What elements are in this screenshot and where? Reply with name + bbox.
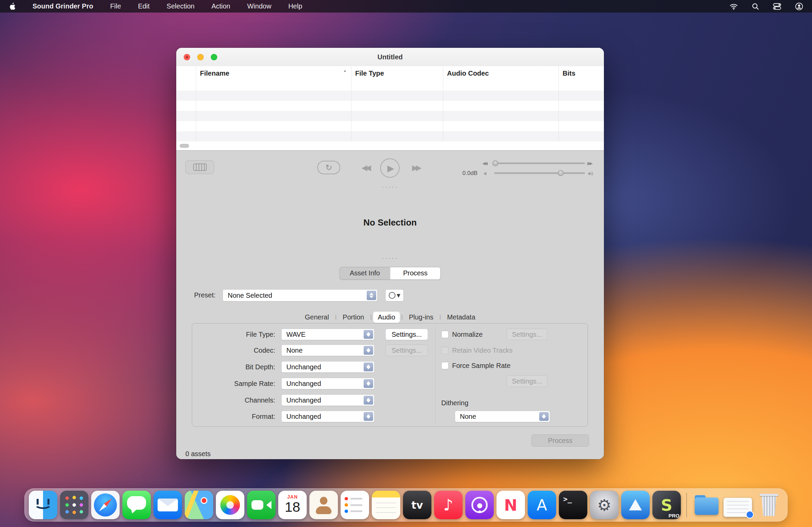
minimized-window-icon[interactable] [724, 489, 752, 521]
maps-icon[interactable] [185, 489, 213, 521]
wifi-icon[interactable] [729, 3, 738, 10]
menu-window[interactable]: Window [247, 2, 271, 10]
apple-menu[interactable] [9, 2, 16, 11]
file-list-body[interactable] [176, 80, 604, 141]
subtab-separator: | [439, 314, 441, 321]
subtab-plugins[interactable]: Plug-ins [404, 312, 438, 323]
preset-label: Preset: [176, 291, 216, 299]
column-header-bits[interactable]: Bits [559, 66, 604, 80]
sample-rate-label: Sample Rate: [187, 378, 275, 389]
trash-icon[interactable] [755, 489, 783, 521]
subtab-metadata[interactable]: Metadata [442, 312, 480, 323]
table-header: Filename ˄ File Type Audio Codec Bits [176, 66, 604, 81]
bit-depth-popup[interactable]: Unchanged [281, 361, 375, 373]
column-header-filetype[interactable]: File Type [351, 66, 443, 80]
file-type-settings-button[interactable]: Settings... [385, 329, 428, 340]
downloads-icon[interactable] [692, 489, 721, 521]
channels-popup[interactable]: Unchanged [281, 395, 375, 406]
sound-grinder-pro-icon[interactable]: SPRO [652, 489, 681, 521]
codec-popup[interactable]: None [281, 344, 375, 356]
column-divider [196, 66, 196, 141]
dithering-popup[interactable]: None [455, 411, 550, 422]
minimized-window-tile [724, 498, 752, 517]
column-header-icon[interactable] [176, 66, 196, 80]
position-slider-knob[interactable] [492, 160, 498, 166]
menu-edit[interactable]: Edit [138, 2, 149, 10]
apple-icon [9, 2, 16, 11]
search-icon[interactable] [752, 3, 759, 10]
subtab-audio[interactable]: Audio [373, 312, 400, 323]
position-slider[interactable] [494, 162, 585, 164]
tab-asset-info[interactable]: Asset Info [340, 267, 390, 280]
format-popup[interactable]: Unchanged [281, 411, 375, 422]
contacts-icon[interactable] [309, 489, 338, 521]
trim-tool-button[interactable] [185, 160, 214, 174]
splitter-handle[interactable]: ····· [176, 185, 604, 189]
blue-app-icon[interactable] [621, 489, 650, 521]
facetime-icon[interactable] [247, 489, 276, 521]
panel-divider [435, 326, 435, 424]
file-type-popup[interactable]: WAVE [281, 329, 375, 340]
tab-process[interactable]: Process [390, 267, 440, 280]
horizontal-scrollbar[interactable] [176, 141, 604, 150]
loop-button[interactable]: ↻ [317, 161, 340, 174]
subtab-general[interactable]: General [300, 312, 333, 323]
launchpad-icon[interactable] [60, 489, 88, 521]
sample-rate-popup[interactable]: Unchanged [281, 378, 375, 389]
sample-rate-value: Unchanged [286, 380, 321, 388]
menu-file[interactable]: File [110, 2, 121, 10]
messages-icon[interactable] [122, 489, 151, 521]
calendar-month-label: JAN [278, 494, 307, 500]
scrollbar-thumb[interactable] [179, 144, 189, 148]
appstore-icon[interactable]: A [528, 489, 556, 521]
retain-video-label: Retain Video Tracks [452, 346, 513, 354]
volume-slider-knob[interactable] [558, 170, 564, 176]
finder-tile [29, 491, 57, 519]
column-header-audiocodec[interactable]: Audio Codec [443, 66, 559, 80]
news-icon[interactable]: N [496, 489, 525, 521]
play-button[interactable]: ▶ [380, 158, 400, 178]
force-sample-rate-checkbox[interactable] [441, 362, 449, 369]
channels-value: Unchanged [286, 396, 321, 404]
fast-forward-button[interactable]: ▶▶ [406, 162, 426, 174]
safari-icon[interactable] [91, 489, 120, 521]
app-menu-title[interactable]: Sound Grinder Pro [32, 2, 93, 10]
photos-icon[interactable] [216, 489, 244, 521]
subtab-portion[interactable]: Portion [338, 312, 369, 323]
podcasts-icon[interactable] [465, 489, 494, 521]
preset-value: None Selected [228, 291, 272, 299]
normalize-label: Normalize [452, 330, 482, 339]
user-icon[interactable] [795, 2, 803, 11]
seek-forward-icon[interactable]: ▶▶ [587, 160, 591, 167]
calendar-icon[interactable]: JAN18 [278, 489, 307, 521]
menu-selection[interactable]: Selection [167, 2, 194, 10]
title-bar[interactable]: Untitled [176, 48, 604, 67]
dithering-value: None [460, 413, 476, 421]
splitter-handle[interactable]: ····· [176, 256, 604, 260]
music-icon[interactable]: ♪ [434, 489, 463, 521]
terminal-icon[interactable]: >_ [559, 489, 587, 521]
safari-tile [91, 491, 120, 519]
appstore-tile: A [528, 491, 556, 519]
launchpad-tile [60, 491, 88, 519]
seek-back-icon[interactable]: ◀◀ [482, 160, 486, 167]
messages-tile [122, 491, 151, 519]
preset-action-menu-button[interactable]: ··· ▼ [385, 289, 404, 301]
normalize-checkbox[interactable] [441, 331, 449, 338]
notes-icon[interactable] [372, 489, 400, 521]
rewind-button[interactable]: ◀◀ [356, 162, 375, 174]
menu-action[interactable]: Action [212, 2, 230, 10]
control-center-icon[interactable] [773, 3, 782, 10]
menu-help[interactable]: Help [288, 2, 302, 10]
volume-slider[interactable] [494, 172, 585, 174]
status-bar-text: 0 assets [185, 450, 211, 458]
reminders-icon[interactable] [340, 489, 369, 521]
finder-icon[interactable] [29, 489, 57, 521]
terminal-tile: >_ [559, 491, 587, 519]
mail-icon[interactable] [154, 489, 182, 521]
chevron-down-icon: ▼ [397, 293, 401, 298]
appletv-icon[interactable]: tv [403, 489, 431, 521]
column-header-filename[interactable]: Filename ˄ [196, 66, 351, 80]
system-preferences-icon[interactable]: ⚙ [590, 489, 619, 521]
preset-popup[interactable]: None Selected [223, 289, 378, 301]
